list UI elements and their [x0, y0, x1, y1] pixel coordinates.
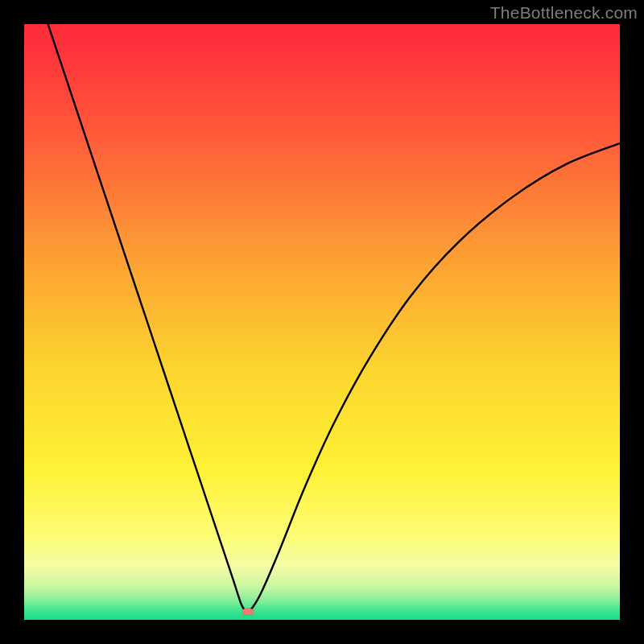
bottleneck-curve [48, 24, 620, 612]
watermark-text: TheBottleneck.com [490, 3, 638, 23]
min-marker [242, 609, 254, 615]
plot-area [24, 24, 620, 620]
chart-frame: TheBottleneck.com [0, 0, 644, 644]
curve-layer [24, 24, 620, 620]
